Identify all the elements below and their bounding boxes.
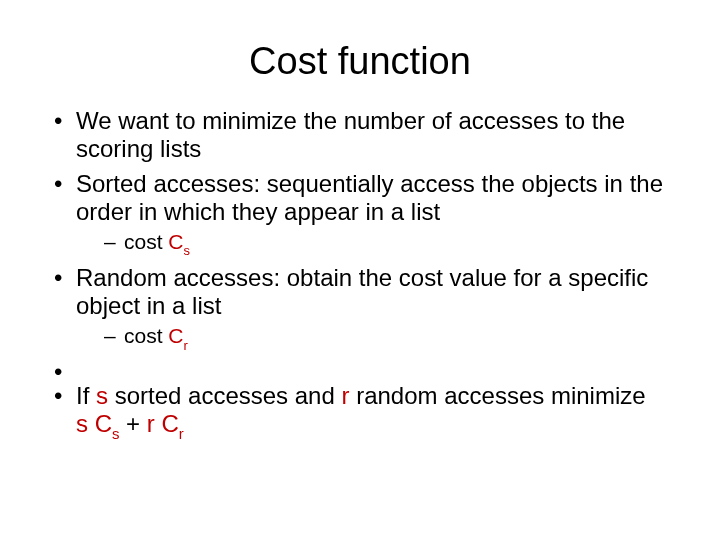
expr-cr: Cr <box>161 410 183 437</box>
bullet-2-sub: cost Cs <box>76 230 672 258</box>
bullet-3-sub-pre: cost <box>124 324 168 347</box>
bullet-list: We want to minimize the number of access… <box>48 107 672 443</box>
expr-plus: + <box>119 410 146 437</box>
expr-r: r <box>147 410 155 437</box>
bullet-2-sublist: cost Cs <box>76 230 672 258</box>
bullet-3-lead: Random accesses <box>76 264 273 291</box>
cost-cr-C: C <box>168 324 183 347</box>
bullet-4-t3: random accesses minimize <box>349 382 645 409</box>
expr-cr-C: C <box>161 410 178 437</box>
bullet-2-sub-pre: cost <box>124 230 168 253</box>
expr-cs-s: s <box>112 426 119 442</box>
slide: Cost function We want to minimize the nu… <box>0 0 720 540</box>
expr-cr-r: r <box>179 426 184 442</box>
bullet-2-lead: Sorted accesses <box>76 170 253 197</box>
slide-title: Cost function <box>48 40 672 83</box>
bullet-2: Sorted accesses: sequentially access the… <box>48 170 672 258</box>
bullet-3: Random accesses: obtain the cost value f… <box>48 264 672 352</box>
bullet-3-sub: cost Cr <box>76 324 672 352</box>
bullet-4: If s sorted accesses and r random access… <box>48 382 672 443</box>
expr-s: s <box>76 410 88 437</box>
cost-cs-s: s <box>184 243 191 258</box>
bullet-1: We want to minimize the number of access… <box>48 107 672 164</box>
expr-cs-C: C <box>95 410 112 437</box>
cost-cs-C: C <box>168 230 183 253</box>
expr-cs: Cs <box>95 410 120 437</box>
bullet-4-t1: If <box>76 382 96 409</box>
spacer <box>48 358 672 376</box>
bullet-4-t2: sorted accesses and <box>108 382 341 409</box>
cost-cr-r: r <box>184 338 188 353</box>
cost-cr: Cr <box>168 324 188 347</box>
cost-cs: Cs <box>168 230 190 253</box>
var-s: s <box>96 382 108 409</box>
bullet-3-sublist: cost Cr <box>76 324 672 352</box>
bullet-1-text: We want to minimize the number of access… <box>76 107 625 162</box>
expr-sp1 <box>88 410 95 437</box>
